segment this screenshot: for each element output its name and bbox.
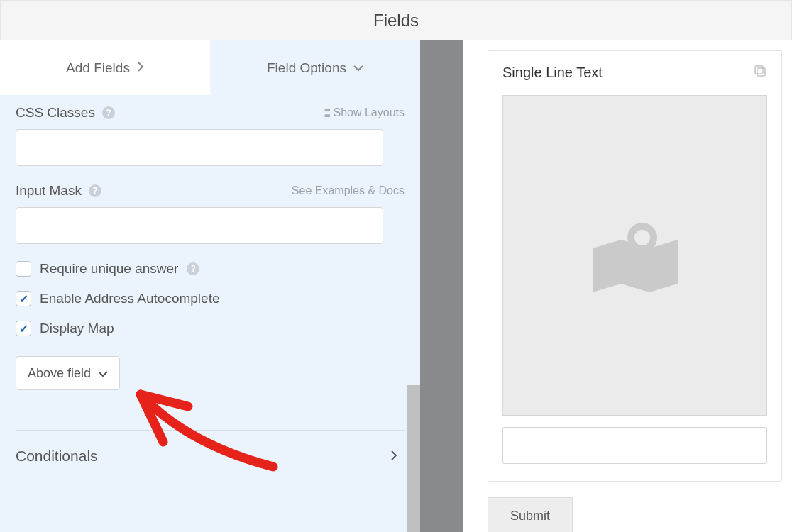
map-placeholder [502,95,767,416]
display-map-checkbox[interactable] [16,321,31,336]
grid-icon: ▪▪▪▪ [324,107,329,118]
help-icon[interactable]: ? [187,262,199,275]
tab-label: Field Options [267,60,346,76]
input-mask-section: Input Mask ? See Examples & Docs [16,183,405,244]
chevron-down-icon [353,62,363,74]
svg-rect-1 [755,66,763,74]
map-pin-icon [589,213,681,298]
tab-add-fields[interactable]: Add Fields [0,40,210,95]
tab-label: Add Fields [66,60,130,76]
examples-docs-link[interactable]: See Examples & Docs [292,184,405,197]
address-autocomplete-row: Enable Address Autocomplete [16,291,405,306]
svg-point-2 [631,226,654,249]
help-icon[interactable]: ? [102,106,115,119]
css-classes-input[interactable] [16,129,383,166]
conditionals-label: Conditionals [16,448,98,465]
require-unique-checkbox[interactable] [16,261,31,277]
css-classes-label: CSS Classes ? [16,105,115,121]
preview-text-input[interactable] [502,427,767,464]
input-mask-label: Input Mask ? [16,183,101,199]
tab-field-options[interactable]: Field Options [210,40,420,95]
chevron-right-icon [390,448,397,465]
chevron-down-icon [98,366,108,381]
address-autocomplete-checkbox[interactable] [16,291,31,306]
conditionals-section[interactable]: Conditionals [16,431,405,482]
display-map-row: Display Map [16,321,405,336]
svg-rect-0 [757,68,765,76]
require-unique-row: Require unique answer ? [16,261,405,277]
map-position-select[interactable]: Above field [16,356,120,390]
show-layouts-link[interactable]: ▪▪▪▪ Show Layouts [324,106,405,119]
panel-divider [420,40,463,532]
page-header: Fields [0,0,792,40]
preview-field-title: Single Line Text [502,65,603,81]
require-unique-label: Require unique answer [40,261,178,277]
map-position-value: Above field [28,366,91,381]
duplicate-icon[interactable] [753,64,767,81]
left-panel: Add Fields Field Options CSS Classes ? [0,40,420,532]
chevron-right-icon [137,62,144,74]
tabs: Add Fields Field Options [0,40,420,95]
page-title: Fields [373,11,419,31]
input-mask-input[interactable] [16,207,383,244]
preview-panel: Single Line Text Submit [463,40,792,532]
help-icon[interactable]: ? [89,184,101,197]
submit-button[interactable]: Submit [488,497,573,532]
main-container: Add Fields Field Options CSS Classes ? [0,40,792,532]
display-map-label: Display Map [40,321,114,336]
field-options-body: CSS Classes ? ▪▪▪▪ Show Layouts Input Ma… [0,95,420,532]
css-classes-section: CSS Classes ? ▪▪▪▪ Show Layouts [16,105,405,166]
address-autocomplete-label: Enable Address Autocomplete [40,291,220,306]
field-preview-card[interactable]: Single Line Text [488,50,782,482]
scrollbar-thumb[interactable] [407,385,420,532]
